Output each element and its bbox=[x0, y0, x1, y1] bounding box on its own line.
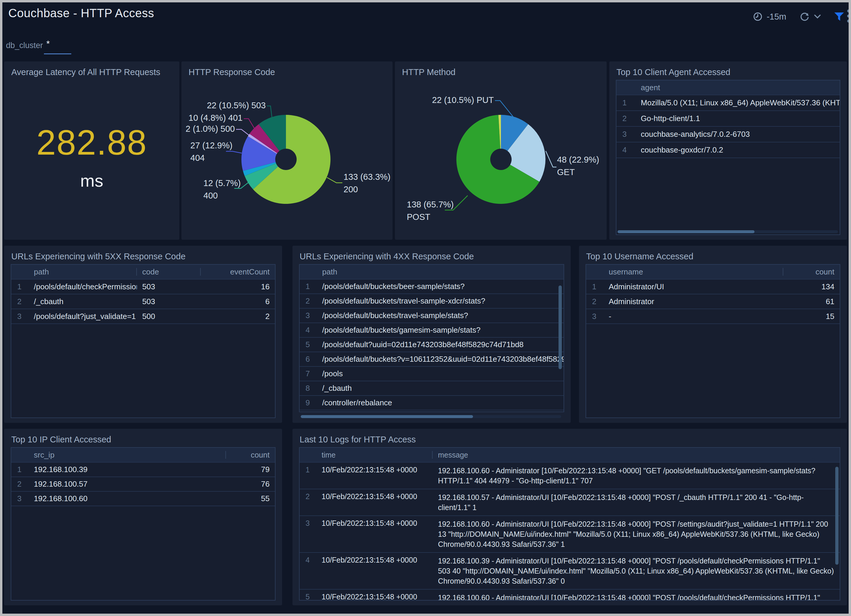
table-cell: 192.168.100.60 - Administrator/UI [10/Fe… bbox=[433, 516, 840, 552]
logs-table: timemessage110/Feb/2022:13:15:48 +000019… bbox=[299, 447, 840, 601]
filter-funnel bbox=[834, 12, 844, 21]
vertical-scrollbar-thumb[interactable] bbox=[835, 467, 839, 565]
column-header[interactable]: code bbox=[137, 265, 201, 279]
table-header-row: src_ipcount bbox=[11, 448, 275, 463]
horizontal-scrollbar-thumb[interactable] bbox=[618, 230, 755, 233]
panel-top-ip-client: Top 10 IP Client Accessed src_ipcount119… bbox=[4, 429, 282, 606]
column-header[interactable]: eventCount bbox=[201, 265, 275, 279]
table-row[interactable]: 9/controller/rebalance bbox=[299, 396, 564, 411]
table-row[interactable]: 8/_cbauth bbox=[299, 381, 564, 396]
column-header[interactable]: count bbox=[783, 265, 840, 279]
table-row[interactable]: 2/_cbauth5036 bbox=[11, 294, 275, 309]
table-row[interactable]: 3/pools/default?just_validate=15002 bbox=[11, 309, 275, 324]
table-cell: 15 bbox=[783, 309, 840, 324]
table-row[interactable]: 210/Feb/2022:13:15:48 +0000192.168.100.5… bbox=[299, 489, 840, 516]
panel-title: HTTP Response Code bbox=[182, 61, 392, 83]
row-number: 1 bbox=[586, 280, 603, 294]
horizontal-scrollbar-thumb[interactable] bbox=[301, 415, 473, 418]
column-header[interactable]: count bbox=[226, 448, 275, 462]
table-cell: couchbase-analytics/7.0.2-6703 bbox=[635, 127, 840, 142]
table-row[interactable]: 310/Feb/2022:13:15:48 +0000192.168.100.6… bbox=[299, 516, 840, 553]
row-number: 3 bbox=[616, 127, 635, 142]
row-number: 1 bbox=[616, 95, 635, 110]
table-row[interactable]: 3couchbase-analytics/7.0.2-6703 bbox=[616, 127, 840, 142]
table-row[interactable]: 1Administrator/UI134 bbox=[586, 280, 840, 294]
column-header[interactable]: username bbox=[603, 265, 783, 279]
table-cell: couchbase-goxdcr/7.0.2 bbox=[635, 142, 840, 157]
table-row[interactable]: 1/pools/default/buckets/beer-sample/stat… bbox=[299, 280, 564, 294]
table-cell: Mozilla/5.0 (X11; Linux x86_64) AppleWeb… bbox=[635, 95, 840, 110]
column-header[interactable]: path bbox=[29, 265, 137, 279]
label-leader-line bbox=[546, 151, 556, 167]
chevron-down-icon[interactable] bbox=[814, 15, 821, 19]
pie-slice-label: 12 (5.7%) bbox=[203, 178, 241, 188]
table-cell: 192.168.100.39 - Administrator/UI [10/Fe… bbox=[433, 553, 840, 589]
row-number: 1 bbox=[299, 280, 317, 294]
table-row[interactable]: 7/pools bbox=[299, 367, 564, 381]
table-cell: - bbox=[603, 309, 783, 324]
row-number: 2 bbox=[299, 294, 317, 308]
table-row[interactable]: 110/Feb/2022:13:15:48 +0000192.168.100.6… bbox=[299, 463, 840, 489]
table-row[interactable]: 3-15 bbox=[586, 309, 840, 324]
table-row[interactable]: 4/pools/default/buckets/gamesim-sample/s… bbox=[299, 323, 564, 338]
clock-icon[interactable] bbox=[753, 12, 762, 21]
horizontal-scrollbar-track[interactable] bbox=[300, 415, 561, 418]
panel-last-logs: Last 10 Logs for HTTP Access timemessage… bbox=[292, 429, 847, 606]
table-row[interactable]: 1192.168.100.3979 bbox=[11, 463, 275, 477]
panel-urls-4xx: URLs Experiencing with 4XX Response Code… bbox=[292, 246, 571, 423]
column-header[interactable]: src_ip bbox=[29, 448, 226, 462]
panel-http-method: 22 (10.5%) PUT48 (22.9%)GET138 (65.7%)PO… bbox=[395, 61, 607, 240]
table-row[interactable]: 5/pools/default?uuid=02d11e743203b8ef48f… bbox=[299, 338, 564, 352]
table-row[interactable]: 510/Feb/2022:13:15:48 +0000192.168.100.6… bbox=[299, 590, 840, 601]
table-cell: 503 bbox=[137, 280, 201, 294]
variable-db-cluster-value[interactable]: * bbox=[46, 39, 50, 49]
column-header[interactable]: path bbox=[317, 265, 564, 279]
row-number: 3 bbox=[586, 309, 603, 324]
table-cell: 192.168.100.57 - Administrator/UI [10/Fe… bbox=[433, 489, 840, 516]
vertical-scrollbar-thumb[interactable] bbox=[559, 285, 562, 369]
filter-icon[interactable] bbox=[834, 12, 845, 22]
table-row[interactable]: 3192.168.100.6055 bbox=[11, 492, 275, 506]
table-row[interactable]: 2Administrator61 bbox=[586, 294, 840, 309]
latency-unit: ms bbox=[4, 171, 179, 190]
time-range-label[interactable]: -15m bbox=[767, 12, 786, 22]
refresh-icon[interactable] bbox=[799, 11, 810, 22]
row-number: 5 bbox=[299, 338, 317, 352]
pie-slice-label: 10 (4.8%) 401 bbox=[189, 113, 243, 123]
table-header-row: pathcodeeventCount bbox=[11, 265, 275, 280]
table-cell: 10/Feb/2022:13:15:48 +0000 bbox=[316, 516, 433, 552]
column-header[interactable]: message bbox=[433, 448, 840, 462]
table-row[interactable]: 2192.168.100.5776 bbox=[11, 477, 275, 492]
window-frame: Couchbase - HTTP Access -15m db_cluster bbox=[0, 0, 851, 616]
column-header[interactable]: time bbox=[316, 448, 433, 462]
label-leader-line bbox=[327, 177, 342, 183]
table-header-row: usernamecount bbox=[586, 265, 840, 280]
table-cell: 61 bbox=[783, 294, 840, 309]
table-row[interactable]: 2Go-http-client/1.1 bbox=[616, 111, 840, 127]
table-row[interactable]: 2/pools/default/buckets/travel-sample-xd… bbox=[299, 294, 564, 309]
table-cell: 76 bbox=[226, 477, 275, 491]
horizontal-scrollbar-track[interactable] bbox=[617, 230, 838, 233]
table-header-row: agent bbox=[616, 80, 840, 95]
table-header-row: path bbox=[299, 265, 564, 280]
latency-value: 282.88 bbox=[4, 122, 179, 163]
table-cell: 10/Feb/2022:13:15:48 +0000 bbox=[316, 553, 433, 589]
table-row[interactable]: 1Mozilla/5.0 (X11; Linux x86_64) AppleWe… bbox=[616, 95, 840, 111]
column-header[interactable]: agent bbox=[635, 80, 840, 94]
page-title: Couchbase - HTTP Access bbox=[8, 6, 154, 20]
table-row[interactable]: 4couchbase-goxdcr/7.0.2 bbox=[616, 142, 840, 158]
username-table: usernamecount1Administrator/UI1342Admini… bbox=[586, 264, 840, 418]
table-cell: /controller/rebalance bbox=[317, 396, 564, 410]
table-cell: 55 bbox=[226, 492, 275, 506]
client-agent-table: agent1Mozilla/5.0 (X11; Linux x86_64) Ap… bbox=[616, 80, 840, 235]
table-row[interactable]: 3/pools/default/buckets/travel-sample/st… bbox=[299, 309, 564, 323]
table-cell: /pools/default?just_validate=1 bbox=[29, 309, 137, 324]
table-row[interactable]: 410/Feb/2022:13:15:48 +0000192.168.100.3… bbox=[299, 553, 840, 590]
panel-average-latency: Average Latency of All HTTP Requests 282… bbox=[4, 61, 179, 240]
table-row[interactable]: 1/pools/default/checkPermissions50316 bbox=[11, 280, 275, 294]
table-row[interactable]: 6/pools/default/buckets?v=106112352&uuid… bbox=[299, 352, 564, 367]
table-cell: 16 bbox=[201, 280, 275, 294]
row-number: 8 bbox=[299, 381, 317, 395]
kebab-menu-icon[interactable] bbox=[846, 9, 849, 24]
row-number: 3 bbox=[11, 492, 29, 506]
